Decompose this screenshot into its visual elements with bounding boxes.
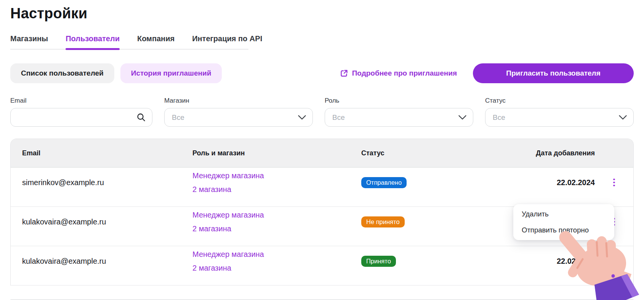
- store-filter-label: Магазин: [164, 97, 313, 105]
- stores-link[interactable]: 2 магазина: [192, 262, 231, 274]
- col-header-role: Роль и магазин: [192, 149, 361, 157]
- col-header-status: Статус: [361, 149, 492, 157]
- role-link[interactable]: Менеджер магазина: [192, 248, 264, 261]
- status-filter-select[interactable]: Все: [485, 108, 634, 127]
- filter-bar: Email Магазин Все: [10, 97, 634, 127]
- invitations-details-link[interactable]: Подробнее про приглашения: [340, 69, 457, 77]
- kebab-menu-icon[interactable]: [611, 255, 617, 268]
- tab-api-integration[interactable]: Интеграция по API: [192, 34, 262, 49]
- menu-item-resend[interactable]: Отправить повторно: [513, 222, 614, 238]
- view-toggle-user-list[interactable]: Список пользователей: [10, 63, 114, 83]
- row-email: kulakovaira@example.ru: [22, 218, 192, 226]
- row-email: kulakovaira@example.ru: [22, 257, 192, 266]
- status-badge: Не принято: [361, 216, 405, 227]
- page-title: Настройки: [10, 5, 634, 22]
- tab-bar: Магазины Пользователи Компания Интеграци…: [10, 34, 248, 50]
- tab-stores[interactable]: Магазины: [10, 34, 48, 49]
- external-link-icon: [340, 69, 348, 77]
- store-filter-select[interactable]: Все: [164, 108, 313, 127]
- status-badge: Отправлено: [361, 177, 407, 188]
- row-date: 22.02.2024: [492, 257, 595, 266]
- settings-page: Настройки Магазины Пользователи Компания…: [0, 0, 644, 300]
- table-header-row: Email Роль и магазин Статус Дата добавле…: [11, 139, 633, 168]
- toolbar: Список пользователей История приглашений…: [10, 63, 634, 83]
- role-filter-select[interactable]: Все: [325, 108, 473, 127]
- role-filter-value: Все: [332, 113, 458, 122]
- menu-item-delete[interactable]: Удалить: [513, 206, 614, 222]
- role-link[interactable]: Менеджер магазина: [192, 169, 264, 182]
- view-toggle-invite-history[interactable]: История приглашений: [120, 63, 222, 83]
- status-filter-value: Все: [493, 113, 618, 122]
- search-icon: [136, 113, 146, 122]
- status-filter-label: Статус: [485, 97, 634, 105]
- row-role-cell: Менеджер магазина 2 магазина: [192, 169, 361, 196]
- col-header-email: Email: [22, 149, 192, 157]
- stores-link[interactable]: 2 магазина: [192, 183, 231, 196]
- chevron-down-icon: [458, 115, 467, 120]
- row-context-menu: Удалить Отправить повторно: [513, 204, 614, 240]
- tab-company[interactable]: Компания: [137, 34, 175, 49]
- stores-link[interactable]: 2 магазина: [192, 223, 231, 235]
- row-email: simerinkov@example.ru: [22, 178, 192, 187]
- tab-users[interactable]: Пользователи: [66, 34, 120, 49]
- email-filter-box: [10, 108, 152, 127]
- row-role-cell: Менеджер магазина 2 магазина: [192, 248, 361, 274]
- status-badge: Принято: [361, 256, 396, 267]
- role-filter-label: Роль: [325, 97, 473, 105]
- table-row: kulakovaira@example.ru Менеджер магазина…: [11, 246, 633, 285]
- row-role-cell: Менеджер магазина 2 магазина: [192, 209, 361, 235]
- row-date: 22.02.2024: [492, 178, 595, 187]
- kebab-menu-icon[interactable]: [611, 176, 617, 189]
- col-header-date: Дата добавления: [492, 149, 595, 157]
- email-search-input[interactable]: [18, 113, 136, 122]
- invitations-details-label: Подробнее про приглашения: [352, 69, 457, 77]
- chevron-down-icon: [618, 115, 627, 120]
- store-filter-value: Все: [172, 113, 298, 122]
- role-link[interactable]: Менеджер магазина: [192, 209, 264, 221]
- email-filter-label: Email: [10, 97, 152, 105]
- chevron-down-icon: [298, 115, 306, 120]
- table-row: simerinkov@example.ru Менеджер магазина …: [11, 168, 633, 207]
- invite-user-button[interactable]: Пригласить пользователя: [473, 63, 634, 83]
